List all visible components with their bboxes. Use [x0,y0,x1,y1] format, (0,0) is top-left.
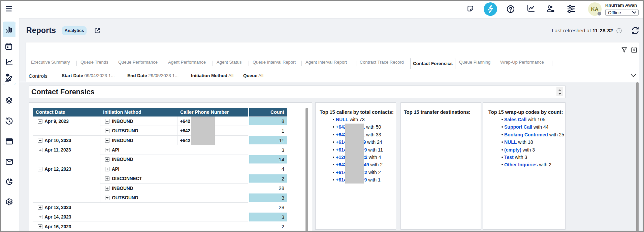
svg-text:i: i [619,29,620,33]
